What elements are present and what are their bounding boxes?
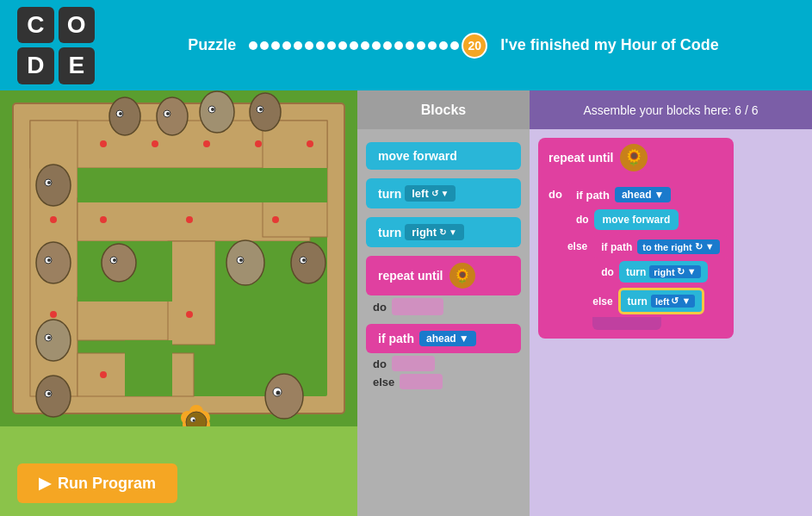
svg-point-72 [276,391,281,395]
puzzle-dot-10[interactable] [350,41,358,50]
repeat-until-assembled[interactable]: repeat until 🌻 [538,138,734,177]
turn-right-assembled[interactable]: turn right ↻ ▼ [619,261,708,283]
if-path-block[interactable]: if path ahead ▼ [366,324,521,353]
puzzle-dot-16[interactable] [417,41,425,50]
repeat-sunflower: 🌻 [449,263,475,289]
logo-c: C [17,7,54,44]
svg-rect-11 [125,168,267,202]
repeat-body: do if path ahead ▼ [538,177,734,339]
if-path-ahead-assembled[interactable]: if path ahead ▼ [567,183,728,207]
svg-rect-12 [267,168,327,202]
bottom-connector [592,317,661,330]
svg-point-37 [250,93,281,131]
svg-point-19 [255,140,262,147]
puzzle-dots: 20 [249,33,487,59]
puzzle-dot-12[interactable] [372,41,381,50]
blocks-tab[interactable]: Blocks [357,90,530,129]
dropdown-arrow2: ↻ ▼ [439,227,457,237]
puzzle-dot-7[interactable] [316,41,325,50]
puzzle-dot-5[interactable] [294,41,302,50]
do-slot [392,298,443,315]
assemble-tab[interactable]: Assemble your blocks here: 6 / 6 [530,90,812,129]
assembled-program: repeat until 🌻 do if path [538,138,734,339]
maze-canvas [0,90,357,426]
svg-point-34 [200,91,234,133]
left-assembled-dropdown[interactable]: left ↺ ▼ [651,295,695,308]
else-row: else if path to the right ↻ ▼ [567,235,728,330]
ahead-dropdown[interactable]: ahead ▼ [419,331,476,346]
left-arr: ↺ ▼ [671,295,691,307]
svg-point-30 [119,112,122,115]
svg-point-43 [36,242,71,283]
puzzle-dot-8[interactable] [327,41,336,50]
else-assembled: else [567,240,587,252]
repeat-sunflower-assembled: 🌻 [620,144,648,171]
right-assembled-dropdown[interactable]: right ↻ ▼ [649,265,700,278]
to-the-right-dropdown[interactable]: to the right ↻ ▼ [637,239,719,254]
assemble-tab-label: Assemble your blocks here: 6 / 6 [583,103,758,117]
svg-point-51 [47,392,51,395]
dropdown-arrow: ↺ ▼ [431,189,449,198]
turn-left-assembled[interactable]: turn left ↺ ▼ [618,288,705,314]
turn-left-block[interactable]: turn left ↺ ▼ [366,178,521,208]
move-forward-assembled[interactable]: move forward [594,209,679,230]
turn-right-block[interactable]: turn right ↻ ▼ [366,217,521,247]
svg-point-21 [50,216,57,223]
do3-assembled: do [601,266,614,278]
puzzle-dot-15[interactable] [406,41,414,50]
do-row: do if path ahead ▼ [549,183,728,330]
puzzle-dot-17[interactable] [428,41,437,50]
svg-rect-10 [77,168,125,202]
puzzle-dot-2[interactable] [260,41,269,50]
svg-point-28 [109,97,140,135]
puzzle-dot-11[interactable] [361,41,369,50]
left-dropdown[interactable]: left ↺ ▼ [405,185,456,202]
blocks-panel: Blocks Assemble your blocks here: 6 / 6 … [357,90,812,516]
puzzle-label: Puzzle [188,36,236,54]
code-logo: C O D E [17,7,95,84]
svg-point-17 [152,140,158,147]
repeat-until-block[interactable]: repeat until 🌻 [366,256,521,295]
svg-point-52 [102,244,136,282]
puzzle-dot-1[interactable] [249,41,257,50]
else-turn-left-row: else turn left ↺ ▼ [592,288,728,314]
puzzle-dot-3[interactable] [271,41,280,50]
svg-point-26 [186,311,193,318]
svg-point-69 [193,420,195,422]
do2-label-block: do [373,357,387,370]
ahead-dropdown-assembled[interactable]: ahead ▼ [615,187,672,202]
svg-point-42 [47,181,51,184]
svg-point-33 [166,112,170,115]
if-path-right-assembled[interactable]: if path to the right ↻ ▼ [592,235,728,258]
puzzle-dot-9[interactable] [338,41,347,50]
move-forward-block[interactable]: move forward [366,142,521,170]
puzzle-dot-current: 20 [462,33,487,59]
svg-point-45 [47,258,51,262]
logo-e: E [59,47,96,84]
puzzle-dot-19[interactable] [450,41,459,50]
svg-point-31 [157,97,188,135]
puzzle-dot-4[interactable] [282,41,291,50]
else-slot [400,374,443,389]
if-ahead-group: if path ahead ▼ do move forward [567,183,728,330]
maze-svg [0,90,357,426]
else2-assembled: else [592,295,612,308]
svg-point-46 [36,320,71,361]
if-right-group: if path to the right ↻ ▼ [592,235,728,330]
svg-point-58 [291,242,325,283]
svg-rect-15 [125,340,172,396]
svg-point-24 [272,216,279,223]
finished-label: I've finished my Hour of Code [500,36,718,54]
svg-point-16 [100,140,107,147]
svg-point-20 [307,140,313,147]
main-area: ▶ Run Program Blocks Assemble your block… [0,90,812,516]
svg-point-40 [36,165,71,206]
puzzle-dot-6[interactable] [305,41,313,50]
game-area: ▶ Run Program [0,90,357,516]
puzzle-dot-14[interactable] [394,41,403,50]
puzzle-dot-18[interactable] [439,41,448,50]
run-button-label: Run Program [58,475,156,493]
run-program-button[interactable]: ▶ Run Program [17,463,177,503]
right-dropdown[interactable]: right ↻ ▼ [405,224,464,240]
puzzle-dot-13[interactable] [383,41,392,50]
